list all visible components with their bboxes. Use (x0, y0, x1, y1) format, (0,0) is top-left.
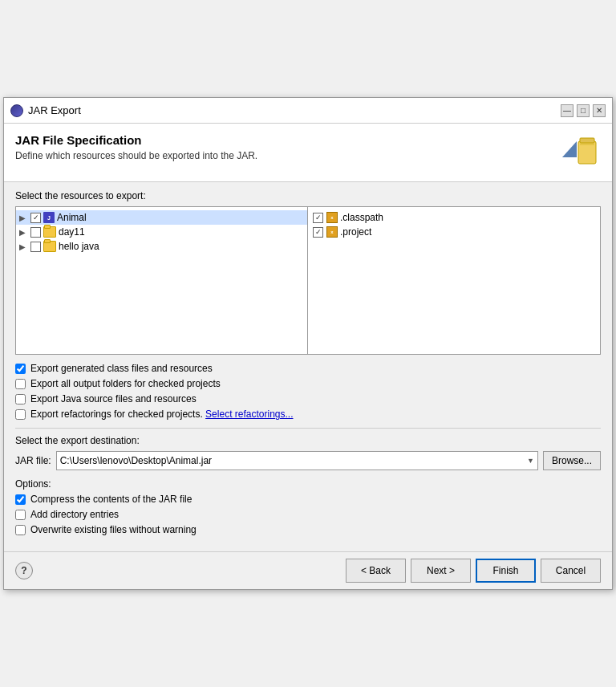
resources-label: Select the resources to export: (15, 190, 601, 201)
app-icon (10, 104, 23, 117)
export-output-checkbox[interactable] (15, 379, 26, 389)
overwrite-label: Overwrite existing files without warning (30, 524, 197, 535)
export-option-row-3: Export Java source files and resources (15, 393, 601, 404)
minimize-button[interactable]: — (561, 104, 573, 117)
checkbox-hellojava[interactable] (30, 242, 41, 252)
back-button[interactable]: < Back (346, 559, 406, 583)
separator-1 (15, 428, 601, 429)
project-icon-animal: J (43, 212, 55, 223)
finish-button[interactable]: Finish (476, 559, 536, 583)
folder-icon-hellojava (43, 241, 56, 252)
footer-right: < Back Next > Finish Cancel (346, 559, 601, 583)
help-button[interactable]: ? (15, 562, 33, 579)
compress-label: Compress the contents of the JAR file (30, 494, 192, 505)
folder-icon-day11 (43, 226, 56, 238)
export-option-row-1: Export generated class files and resourc… (15, 363, 601, 374)
compress-checkbox[interactable] (15, 494, 26, 505)
title-bar: JAR Export — □ ✕ (4, 98, 612, 124)
combo-arrow-icon: ▼ (527, 457, 534, 465)
header-section: JAR File Specification Define which reso… (4, 124, 612, 182)
file-label-project: .project (340, 226, 371, 238)
overwrite-checkbox[interactable] (15, 525, 26, 535)
expander-animal[interactable]: ▶ (19, 213, 30, 222)
options-row-overwrite: Overwrite existing files without warning (15, 524, 601, 535)
export-refactor-checkbox[interactable] (15, 409, 26, 420)
checkbox-classpath[interactable] (313, 213, 323, 223)
main-content: Select the resources to export: ▶ J Anim… (4, 182, 612, 551)
dir-entries-label: Add directory entries (30, 509, 119, 520)
export-class-label: Export generated class files and resourc… (30, 363, 213, 374)
window-controls: — □ ✕ (561, 104, 606, 117)
next-button[interactable]: Next > (411, 559, 471, 583)
tree-label-hellojava: hello java (59, 241, 99, 252)
svg-rect-2 (580, 138, 594, 143)
jar-graphic-icon (562, 133, 601, 172)
export-source-label: Export Java source files and resources (30, 393, 197, 404)
tree-label-animal: Animal (57, 212, 87, 223)
footer: ? < Back Next > Finish Cancel (4, 551, 612, 589)
jar-path-combo[interactable]: C:\Users\lenovo\Desktop\Animal.jar ▼ (56, 451, 538, 470)
jar-svg (562, 133, 601, 172)
jar-export-dialog: JAR Export — □ ✕ JAR File Specification … (3, 97, 613, 590)
close-button[interactable]: ✕ (593, 104, 606, 117)
select-refactorings-link[interactable]: Select refactorings... (205, 409, 293, 420)
options-label: Options: (15, 478, 601, 490)
svg-marker-0 (562, 141, 577, 157)
expander-hellojava[interactable]: ▶ (19, 242, 30, 251)
file-tree[interactable]: x .classpath x .project (308, 207, 600, 354)
window-title: JAR Export (28, 104, 561, 116)
list-item[interactable]: ▶ J Animal (16, 210, 307, 225)
export-option-row-2: Export all output folders for checked pr… (15, 378, 601, 389)
export-source-checkbox[interactable] (15, 394, 26, 404)
expander-day11[interactable]: ▶ (19, 228, 30, 237)
checkbox-animal[interactable] (30, 213, 41, 223)
list-item[interactable]: x .project (308, 225, 600, 239)
page-subtitle: Define which resources should be exporte… (15, 150, 257, 161)
checkbox-day11[interactable] (30, 227, 41, 238)
cancel-button[interactable]: Cancel (541, 559, 601, 583)
export-output-label: Export all output folders for checked pr… (30, 378, 221, 389)
list-item[interactable]: ▶ hello java (16, 239, 307, 254)
footer-left: ? (15, 562, 33, 579)
export-refactor-label: Export refactorings for checked projects… (30, 409, 294, 420)
resources-tree-area: ▶ J Animal ▶ day11 ▶ hello java (15, 206, 601, 355)
jar-path-value: C:\Users\lenovo\Desktop\Animal.jar (60, 455, 212, 466)
destination-row: JAR file: C:\Users\lenovo\Desktop\Animal… (15, 451, 601, 470)
page-title: JAR File Specification (15, 133, 257, 147)
list-item[interactable]: ▶ day11 (16, 225, 307, 239)
project-tree[interactable]: ▶ J Animal ▶ day11 ▶ hello java (16, 207, 308, 354)
export-option-row-4: Export refactorings for checked projects… (15, 409, 601, 420)
xml-icon-classpath: x (326, 212, 338, 223)
jar-file-label: JAR file: (15, 455, 51, 466)
xml-icon-project: x (326, 226, 338, 238)
file-label-classpath: .classpath (340, 212, 383, 223)
options-row-compress: Compress the contents of the JAR file (15, 494, 601, 505)
list-item[interactable]: x .classpath (308, 210, 600, 225)
maximize-button[interactable]: □ (577, 104, 590, 117)
destination-label: Select the export destination: (15, 435, 601, 446)
destination-section: Select the export destination: JAR file:… (15, 435, 601, 470)
options-section: Options: Compress the contents of the JA… (15, 478, 601, 535)
export-class-checkbox[interactable] (15, 364, 26, 374)
browse-button[interactable]: Browse... (543, 451, 601, 470)
tree-label-day11: day11 (59, 226, 85, 238)
header-text: JAR File Specification Define which reso… (15, 133, 257, 161)
options-row-dir: Add directory entries (15, 509, 601, 520)
checkbox-project[interactable] (313, 227, 323, 238)
export-options-section: Export generated class files and resourc… (15, 363, 601, 420)
dir-entries-checkbox[interactable] (15, 510, 26, 520)
